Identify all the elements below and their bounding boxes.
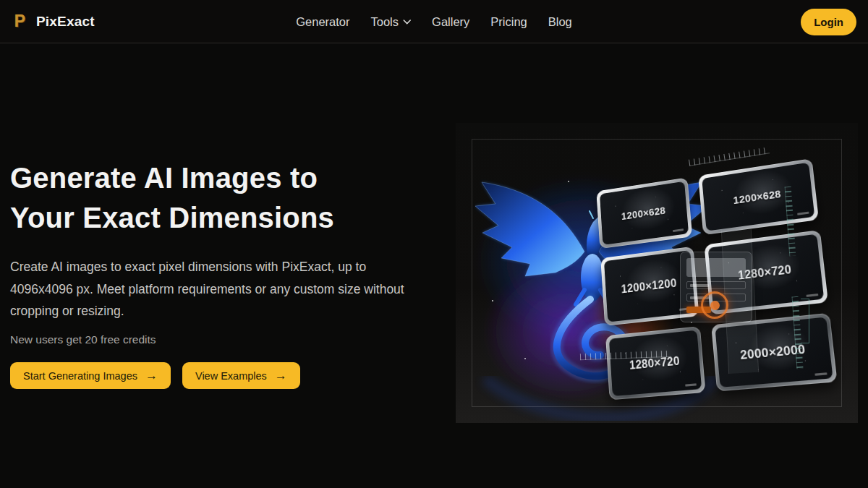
arrow-right-icon: → <box>145 369 158 382</box>
panel-thumbnail <box>686 258 746 277</box>
nav-item-generator[interactable]: Generator <box>296 15 349 29</box>
view-examples-button[interactable]: View Examples → <box>182 362 300 389</box>
nav-item-pricing[interactable]: Pricing <box>490 15 527 29</box>
pixexact-logo-icon: P <box>10 12 30 31</box>
brand-name: PixExact <box>36 14 95 30</box>
hero-description: Create AI images to exact pixel dimensio… <box>10 256 407 322</box>
start-generating-button[interactable]: Start Generating Images → <box>10 362 171 389</box>
arrow-right-icon: → <box>275 369 287 382</box>
mockup-watermark <box>797 212 809 215</box>
page-title-line-1: Generate AI Images to <box>10 158 334 198</box>
free-credits-note: New users get 20 free credits <box>10 333 156 346</box>
cta-row: Start Generating Images → View Examples … <box>10 362 300 389</box>
nav-item-tools[interactable]: Tools <box>371 15 412 29</box>
page: P PixExact Generator Tools Gallery Prici… <box>0 0 868 488</box>
screen-mockup: 1280×720 <box>605 326 705 400</box>
mockup-watermark <box>685 383 697 386</box>
brand-logo[interactable]: P PixExact <box>10 12 95 31</box>
measurement-bracket-icon <box>801 299 809 343</box>
mockup-watermark <box>806 294 818 297</box>
page-title: Generate AI Images to Your Exact Dimensi… <box>10 158 334 238</box>
target-ring-icon <box>701 291 728 319</box>
mockup-dimension-label: 1200×628 <box>733 188 781 206</box>
mockup-watermark <box>673 228 684 232</box>
nav-item-gallery[interactable]: Gallery <box>432 15 469 29</box>
chevron-down-icon <box>403 20 411 25</box>
mockup-dimension-label: 1200×628 <box>621 205 666 222</box>
hero-illustration: 1200×628 1200×628 1200×1200 1280×720 128… <box>456 123 858 423</box>
panel-input-row <box>686 281 746 289</box>
mockup-dimension-label: 1200×1200 <box>621 277 677 296</box>
page-title-line-2: Your Exact Dimensions <box>10 198 334 238</box>
mockup-watermark <box>814 372 827 376</box>
main-nav: Generator Tools Gallery Pricing Blog <box>296 0 572 43</box>
nav-item-blog[interactable]: Blog <box>548 15 572 29</box>
top-nav-bar: P PixExact Generator Tools Gallery Prici… <box>0 0 868 43</box>
login-button[interactable]: Login <box>801 9 856 35</box>
